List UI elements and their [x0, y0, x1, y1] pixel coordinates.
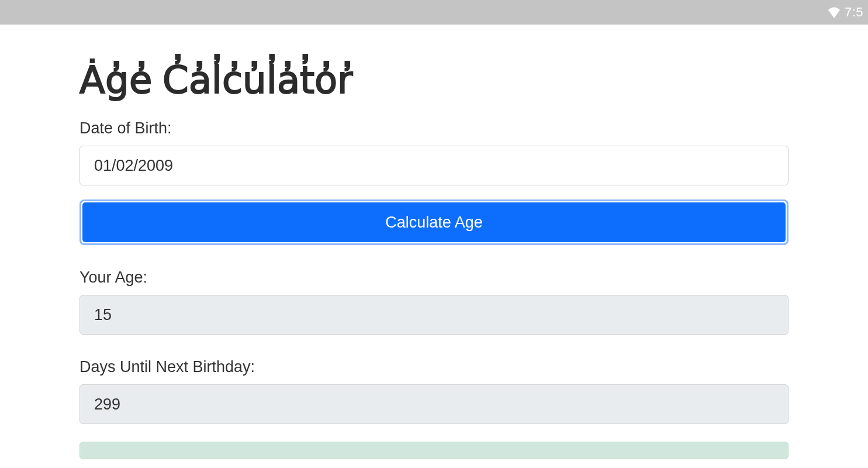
page-title: Ȧg̓e̓ C̓a̓l̓c̓u̓l̓a̓t̓o̓r̓ — [79, 60, 789, 101]
age-label: Your Age: — [79, 269, 789, 287]
status-bar: 7:5 — [0, 0, 868, 25]
calculate-button-focus-ring: Calculate Age — [79, 199, 789, 245]
days-label: Days Until Next Birthday: — [79, 358, 789, 376]
days-value: 299 — [94, 395, 120, 414]
age-value: 15 — [94, 306, 112, 324]
dob-label: Date of Birth: — [79, 119, 789, 137]
wifi-icon — [827, 6, 841, 18]
calculate-button[interactable]: Calculate Age — [82, 202, 786, 242]
status-clock: 7:5 — [845, 5, 863, 20]
main-container: Ȧg̓e̓ C̓a̓l̓c̓u̓l̓a̓t̓o̓r̓ Date of Birth… — [0, 25, 868, 459]
dob-input[interactable] — [79, 146, 789, 185]
days-output: 299 — [79, 384, 789, 424]
success-message-box — [79, 442, 789, 459]
age-output: 15 — [79, 295, 789, 335]
